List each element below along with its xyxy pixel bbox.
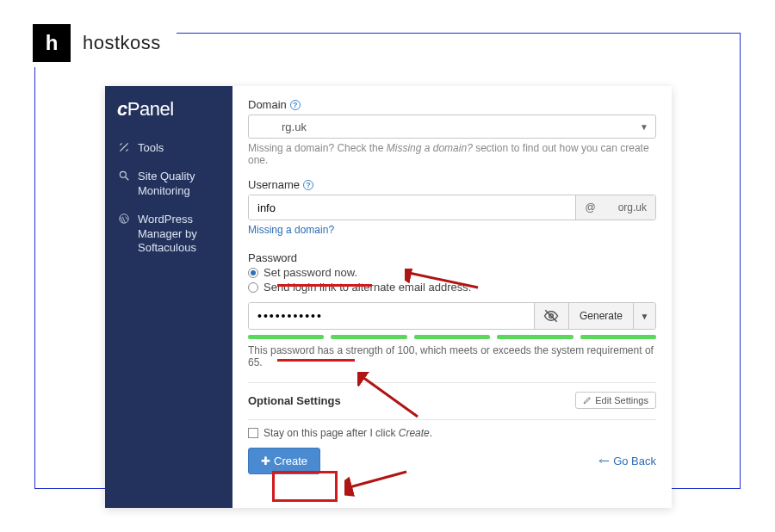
cpanel-logo: cPanel (105, 86, 232, 129)
cpanel-window: cPanel Tools Site Quality Monitoring Wor… (105, 86, 672, 508)
username-input[interactable] (249, 195, 575, 220)
radio-set-password[interactable]: Set password now. (248, 266, 656, 279)
radio-icon (248, 268, 258, 278)
edit-settings-button[interactable]: Edit Settings (575, 392, 656, 409)
magnifier-icon (117, 170, 131, 199)
create-button[interactable]: ✚ Create (248, 448, 320, 474)
missing-domain-link[interactable]: Missing a domain? (248, 224, 334, 236)
plus-icon: ✚ (261, 455, 270, 467)
hostkoss-logo: h (33, 24, 71, 62)
main-panel: Domain ? rg.uk ▼ Missing a domain? Check… (232, 86, 672, 508)
password-label: Password (248, 251, 656, 264)
tools-icon (117, 141, 131, 156)
hostkoss-name: hostkoss (83, 32, 161, 54)
eye-off-icon (543, 308, 559, 324)
sidebar-item-tools[interactable]: Tools (105, 134, 232, 163)
domain-value: rg.uk (282, 121, 307, 133)
wordpress-icon (117, 213, 131, 257)
password-strength-text: This password has a strength of 100, whi… (248, 344, 656, 368)
divider (248, 419, 656, 420)
radio-send-login-link[interactable]: Send login link to alternate email addre… (248, 281, 656, 294)
help-icon[interactable]: ? (290, 100, 301, 110)
sidebar-item-wordpress[interactable]: WordPress Manager by Softaculous (105, 206, 232, 263)
sidebar-item-label: WordPress Manager by Softaculous (138, 213, 222, 257)
optional-settings-header: Optional Settings Edit Settings (248, 382, 656, 409)
domain-hint: Missing a domain? Check the Missing a do… (248, 142, 656, 166)
password-input[interactable] (249, 303, 534, 329)
sidebar-item-site-quality[interactable]: Site Quality Monitoring (105, 163, 232, 206)
chevron-down-icon: ▼ (640, 122, 648, 132)
sidebar-item-label: Site Quality Monitoring (138, 170, 222, 199)
go-back-link[interactable]: 🡐 Go Back (598, 455, 656, 467)
arrow-left-icon: 🡐 (598, 455, 610, 467)
password-row: Generate ▼ (248, 302, 656, 330)
toggle-password-visibility[interactable] (534, 303, 568, 329)
brand-bar: h hostkoss (28, 19, 177, 67)
radio-icon (248, 282, 258, 293)
username-domain-suffix: @org.uk (575, 195, 655, 220)
stay-on-page-row[interactable]: Stay on this page after I click Create. (248, 427, 656, 439)
generate-password-button[interactable]: Generate (568, 303, 633, 329)
password-strength-meter (248, 335, 656, 339)
help-icon[interactable]: ? (303, 180, 313, 190)
domain-label: Domain ? (248, 98, 656, 111)
generate-dropdown[interactable]: ▼ (633, 303, 655, 329)
username-row: @org.uk (248, 195, 656, 220)
sidebar-item-label: Tools (138, 141, 222, 156)
checkbox-icon[interactable] (248, 428, 258, 438)
svg-point-0 (120, 171, 126, 177)
sidebar: cPanel Tools Site Quality Monitoring Wor… (105, 86, 232, 508)
footer-row: ✚ Create 🡐 Go Back (248, 448, 656, 474)
domain-select[interactable]: rg.uk ▼ (248, 114, 656, 139)
optional-settings-title: Optional Settings (248, 394, 341, 407)
username-label: Username ? (248, 178, 656, 191)
pencil-icon (583, 396, 592, 405)
